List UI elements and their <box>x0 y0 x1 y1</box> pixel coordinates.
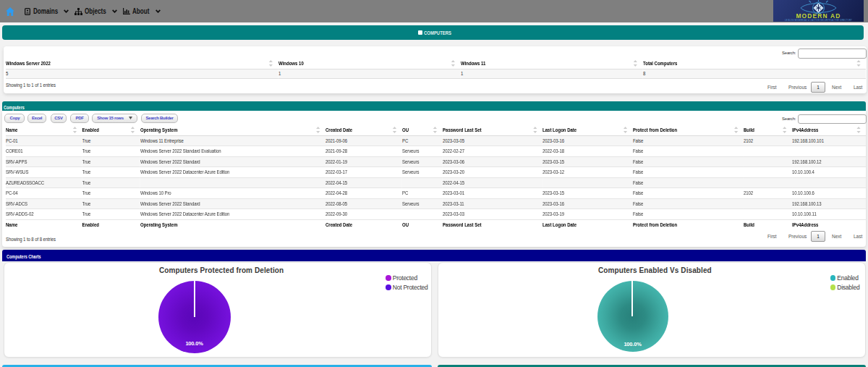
svg-text:MODERN AD: MODERN AD <box>796 12 841 20</box>
svg-text:LE BLOG MODERN AD & L'ACTION S: LE BLOG MODERN AD & L'ACTION SECURITE AC… <box>785 19 852 22</box>
